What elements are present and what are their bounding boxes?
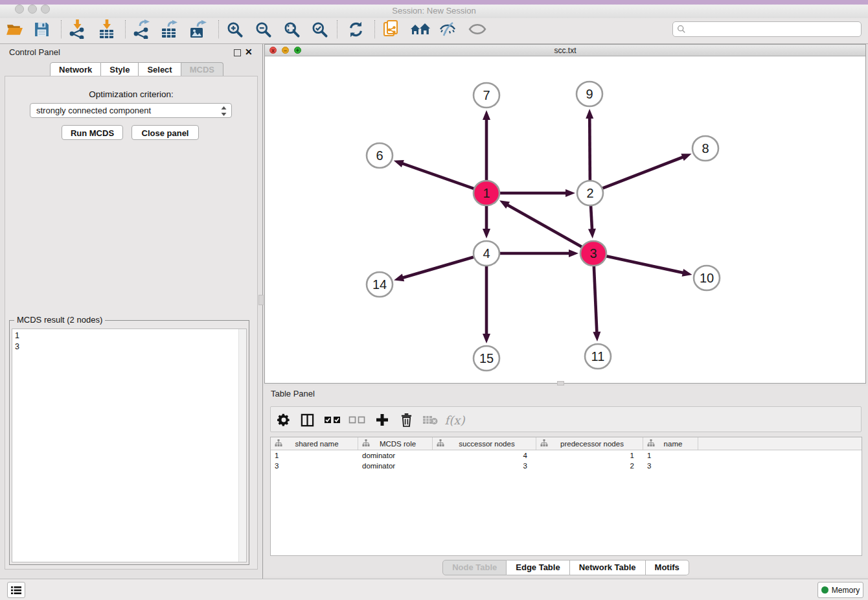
export-network-icon[interactable]	[130, 17, 153, 41]
arrowhead-icon	[681, 154, 691, 161]
column-header-shared-name[interactable]: shared name	[271, 437, 358, 450]
node-label-6: 6	[376, 148, 383, 163]
status-bar: Memory	[0, 579, 868, 600]
network-window-title: scc.txt	[265, 46, 865, 55]
cell-shared-name[interactable]: 3	[271, 462, 358, 470]
window-title: Session: New Session	[0, 6, 868, 16]
import-table-icon[interactable]	[95, 17, 119, 41]
delete-columns-icon[interactable]	[394, 408, 418, 432]
column-header-MCDS-role[interactable]: MCDS role	[358, 437, 433, 450]
open-session-icon[interactable]	[3, 17, 26, 41]
control-panel-title: Control Panel	[9, 47, 60, 57]
edge-3-11[interactable]	[594, 266, 597, 333]
column-header-successor-nodes[interactable]: successor nodes	[433, 437, 536, 450]
edge-3-10[interactable]	[606, 256, 684, 273]
column-header-name[interactable]: name	[643, 437, 698, 450]
table-tabs: Node TableEdge TableNetwork TableMotifs	[264, 560, 868, 575]
mcds-result-textarea[interactable]: 1 3	[12, 329, 247, 562]
search-icon	[677, 25, 686, 34]
memory-button[interactable]: Memory	[817, 582, 863, 598]
close-panel-icon[interactable]: ✕	[245, 49, 253, 56]
column-type-icon	[358, 439, 370, 448]
save-session-icon[interactable]	[30, 17, 53, 41]
minimize-traffic-light[interactable]	[28, 5, 37, 14]
export-table-icon[interactable]	[157, 17, 181, 41]
add-column-icon[interactable]	[371, 408, 394, 432]
float-panel-icon[interactable]	[234, 49, 241, 56]
tab-node-table[interactable]: Node Table	[442, 560, 507, 575]
edge-2-8[interactable]	[602, 157, 684, 189]
hide-selected-icon[interactable]	[436, 17, 459, 41]
column-type-icon	[433, 439, 444, 448]
node-label-7: 7	[483, 88, 490, 102]
new-network-from-selection-icon[interactable]	[380, 17, 403, 41]
tab-motifs[interactable]: Motifs	[646, 560, 689, 575]
zoom-traffic-light[interactable]	[41, 5, 50, 14]
memory-status-icon	[821, 586, 828, 594]
unselect-all-columns-icon[interactable]	[345, 408, 369, 432]
arrowhead-icon	[588, 229, 596, 238]
import-network-icon[interactable]	[65, 17, 89, 41]
vertical-splitter-handle[interactable]	[557, 381, 564, 386]
table-row[interactable]: 3dominator323	[271, 461, 862, 471]
table-panel-title: Table Panel	[271, 389, 315, 398]
list-icon	[11, 586, 21, 595]
network-window-titlebar[interactable]: x – + scc.txt	[265, 45, 865, 56]
optimization-criterion-label: Optimization criterion:	[5, 89, 257, 99]
close-traffic-light[interactable]	[15, 5, 24, 14]
cell-name[interactable]: 1	[643, 452, 698, 459]
chevron-up-down-icon	[220, 106, 227, 119]
table-row[interactable]: 1dominator411	[271, 450, 862, 461]
node-label-4: 4	[483, 246, 490, 260]
arrowhead-icon	[565, 189, 575, 197]
result-scrollbar[interactable]	[238, 329, 246, 562]
node-label-10: 10	[700, 271, 714, 285]
delete-table-icon[interactable]	[418, 408, 442, 432]
tab-network-table[interactable]: Network Table	[570, 560, 646, 575]
cell-MCDS-role[interactable]: dominator	[358, 452, 433, 459]
arrowhead-icon	[483, 334, 490, 343]
cell-predecessor-nodes[interactable]: 1	[536, 452, 643, 459]
task-history-button[interactable]	[7, 582, 25, 598]
node-label-15: 15	[479, 351, 494, 365]
edge-2-9[interactable]	[589, 117, 590, 181]
column-header-predecessor-nodes[interactable]: predecessor nodes	[536, 437, 643, 450]
edge-2-3[interactable]	[591, 205, 592, 230]
first-neighbors-icon[interactable]	[408, 17, 431, 41]
zoom-out-icon[interactable]	[251, 17, 275, 41]
horizontal-splitter-handle[interactable]	[258, 295, 264, 305]
cell-successor-nodes[interactable]: 3	[433, 462, 536, 470]
apply-layout-icon[interactable]	[344, 17, 367, 41]
tab-edge-table[interactable]: Edge Table	[507, 560, 569, 575]
edge-1-6[interactable]	[402, 163, 475, 189]
select-all-columns-icon[interactable]	[321, 408, 344, 432]
control-panel: Control Panel ✕ NetworkStyleSelectMCDS O…	[0, 44, 263, 579]
run-mcds-button[interactable]: Run MCDS	[62, 125, 123, 140]
zoom-fit-icon[interactable]	[280, 17, 303, 41]
optimization-criterion-dropdown[interactable]: strongly connected component	[30, 103, 232, 118]
desktop-edge	[0, 0, 868, 5]
cell-MCDS-role[interactable]: dominator	[358, 462, 433, 470]
function-builder-icon[interactable]: f(x)	[443, 408, 466, 432]
node-table: shared nameMCDS rolesuccessor nodesprede…	[270, 437, 862, 556]
zoom-in-icon[interactable]	[223, 17, 246, 41]
table-options-icon[interactable]	[272, 408, 295, 432]
close-panel-button[interactable]: Close panel	[131, 125, 199, 140]
show-columns-icon[interactable]	[295, 408, 319, 432]
zoom-selected-icon[interactable]	[308, 17, 331, 41]
edge-3-1[interactable]	[507, 205, 582, 248]
edge-4-14[interactable]	[402, 257, 475, 278]
cell-shared-name[interactable]: 1	[271, 452, 358, 459]
cell-predecessor-nodes[interactable]: 2	[536, 462, 643, 470]
mcds-result-title: MCDS result (2 nodes)	[14, 315, 105, 325]
network-canvas[interactable]: 7968124314101511	[265, 56, 865, 383]
table-toolbar: f(x)	[270, 406, 862, 432]
arrowhead-icon	[682, 269, 692, 277]
toolbar-separator	[125, 20, 126, 38]
export-image-icon[interactable]	[186, 17, 209, 41]
cell-name[interactable]: 3	[643, 462, 698, 470]
cell-successor-nodes[interactable]: 4	[433, 452, 536, 459]
search-input[interactable]	[689, 24, 861, 34]
show-all-icon[interactable]	[466, 17, 489, 41]
search-box[interactable]	[672, 21, 862, 37]
